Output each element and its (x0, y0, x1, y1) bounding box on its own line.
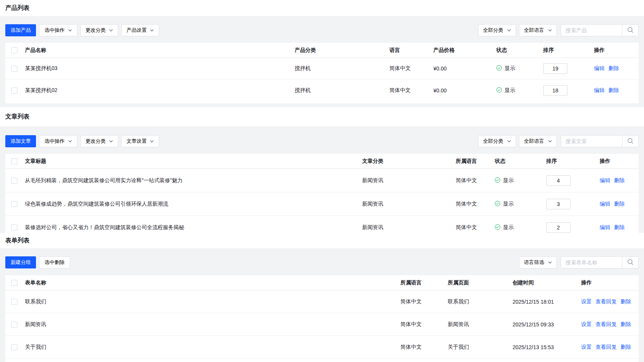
sort-input[interactable] (543, 85, 567, 96)
article-language: 简体中文 (456, 177, 495, 184)
search-button[interactable] (622, 24, 639, 36)
articles-search (561, 135, 639, 147)
delete-link[interactable]: 删除 (621, 321, 631, 328)
product-language: 简体中文 (389, 65, 433, 72)
table-row: 装修选对公司，省心又省力！鼎筑空间建筑装修公司全流程服务揭秘 新闻资讯 简体中文… (5, 216, 639, 233)
row-checkbox[interactable] (11, 66, 17, 72)
table-row: 某某搅拌机03 搅拌机 简体中文 ¥0.00 显示 编辑删除 (5, 58, 639, 80)
article-category: 新闻资讯 (362, 177, 456, 184)
add-product-button[interactable]: 添加产品 (5, 24, 36, 36)
search-article-input[interactable] (561, 135, 622, 147)
article-settings-dropdown[interactable]: 文章设置 (121, 135, 159, 147)
view-replies-link[interactable]: 查看回复 (596, 298, 617, 305)
language-filter-dropdown[interactable]: 全部语言 (519, 24, 557, 36)
search-product-input[interactable] (561, 24, 622, 36)
edit-link[interactable]: 编辑 (594, 65, 605, 72)
edit-link[interactable]: 编辑 (600, 224, 610, 231)
selected-action-dropdown[interactable]: 选中操作 (39, 135, 77, 147)
articles-table: 文章标题 文章分类 所属语言 状态 排序 操作 从毛坯到精装，鼎筑空间建筑装修公… (5, 154, 639, 233)
chevron-down-icon (109, 140, 113, 142)
table-row: 某某搅拌机02 搅拌机 简体中文 ¥0.00 显示 编辑删除 (5, 80, 639, 101)
forms-section-header: 表单列表 (0, 233, 644, 249)
sort-input[interactable] (546, 222, 571, 233)
category-filter-dropdown[interactable]: 全部分类 (478, 135, 516, 147)
delete-link[interactable]: 删除 (608, 87, 619, 94)
search-button[interactable] (622, 135, 639, 147)
article-category: 新闻资讯 (362, 224, 456, 231)
form-language: 简体中文 (400, 344, 448, 351)
column-header-language: 所属语言 (456, 158, 495, 165)
delete-link[interactable]: 删除 (608, 65, 619, 72)
category-filter-dropdown[interactable]: 全部分类 (478, 24, 516, 36)
language-filter-dropdown[interactable]: 语言筛选 (519, 256, 557, 268)
select-all-checkbox[interactable] (11, 280, 17, 286)
delete-link[interactable]: 删除 (614, 201, 625, 208)
row-checkbox[interactable] (11, 201, 17, 207)
delete-link[interactable]: 删除 (621, 344, 631, 351)
form-name: 新闻资讯 (25, 321, 400, 328)
delete-selected-button[interactable]: 选中删除 (39, 256, 70, 268)
article-language: 简体中文 (456, 224, 495, 231)
edit-link[interactable]: 编辑 (600, 177, 610, 184)
delete-link[interactable]: 删除 (621, 298, 631, 305)
form-name: 联系我们 (25, 298, 400, 305)
selected-action-dropdown[interactable]: 选中操作 (39, 24, 77, 36)
products-toolbar: 添加产品 选中操作 更改分类 产品设置 全部分类 全部语言 (5, 24, 639, 36)
articles-toolbar: 添加文章 选中操作 更改分类 文章设置 全部分类 全部语言 (5, 135, 639, 147)
edit-link[interactable]: 编辑 (594, 87, 605, 94)
chevron-down-icon (507, 140, 511, 142)
search-button[interactable] (622, 256, 639, 268)
form-created-time: 2025/12/13 15:53 (513, 344, 581, 350)
row-checkbox[interactable] (11, 87, 17, 94)
column-header-sort: 排序 (546, 158, 600, 165)
forms-panel: 新建分组 选中删除 语言筛选 表单名称 所属语言 所属页面 创建时间 操作 联系… (0, 249, 644, 362)
change-category-dropdown[interactable]: 更改分类 (80, 135, 118, 147)
settings-link[interactable]: 设置 (581, 344, 592, 351)
sort-input[interactable] (546, 199, 571, 209)
forms-table: 表单名称 所属语言 所属页面 创建时间 操作 联系我们 简体中文 联系我们 20… (5, 275, 639, 362)
form-page: 新闻资讯 (448, 321, 513, 328)
select-all-checkbox[interactable] (11, 47, 17, 53)
column-header-name: 表单名称 (25, 279, 400, 286)
status-badge: 显示 (495, 201, 546, 208)
language-filter-dropdown[interactable]: 全部语言 (519, 135, 557, 147)
column-header-category: 文章分类 (362, 158, 456, 165)
products-table: 产品名称 产品分类 语言 产品价格 状态 排序 操作 某某搅拌机03 搅拌机 简… (5, 43, 639, 103)
row-checkbox[interactable] (11, 299, 17, 305)
column-header-language: 语言 (389, 47, 433, 54)
status-badge: 显示 (496, 87, 543, 94)
view-replies-link[interactable]: 查看回复 (596, 321, 617, 328)
table-row: 新闻资讯 简体中文 新闻资讯 2025/12/15 09:33 设置查看回复删除 (5, 313, 639, 336)
column-header-language: 所属语言 (400, 279, 448, 286)
change-category-dropdown[interactable]: 更改分类 (80, 24, 118, 36)
column-header-created: 创建时间 (513, 279, 581, 286)
row-checkbox[interactable] (11, 321, 17, 328)
column-header-actions: 操作 (594, 47, 639, 54)
edit-link[interactable]: 编辑 (600, 201, 610, 208)
row-checkbox[interactable] (11, 344, 17, 350)
column-header-status: 状态 (496, 47, 543, 54)
chevron-down-icon (68, 140, 72, 142)
products-search (561, 24, 639, 36)
row-checkbox[interactable] (11, 225, 17, 231)
add-article-button[interactable]: 添加文章 (5, 135, 36, 147)
settings-link[interactable]: 设置 (581, 321, 592, 328)
form-created-time: 2025/12/15 09:33 (513, 321, 581, 328)
sort-input[interactable] (543, 63, 567, 74)
articles-table-header: 文章标题 文章分类 所属语言 状态 排序 操作 (5, 154, 639, 169)
product-price: ¥0.00 (433, 87, 496, 94)
settings-link[interactable]: 设置 (581, 298, 592, 305)
forms-toolbar-filters: 语言筛选 (519, 256, 639, 268)
search-icon (627, 27, 634, 34)
select-all-checkbox[interactable] (11, 158, 17, 164)
delete-link[interactable]: 删除 (614, 224, 625, 231)
view-replies-link[interactable]: 查看回复 (596, 344, 617, 351)
status-badge: 显示 (495, 224, 546, 231)
delete-link[interactable]: 删除 (614, 177, 625, 184)
row-checkbox[interactable] (11, 178, 17, 184)
product-settings-dropdown[interactable]: 产品设置 (121, 24, 159, 36)
new-group-button[interactable]: 新建分组 (5, 256, 36, 268)
search-form-input[interactable] (561, 256, 622, 268)
product-language: 简体中文 (389, 87, 433, 94)
sort-input[interactable] (546, 175, 571, 186)
